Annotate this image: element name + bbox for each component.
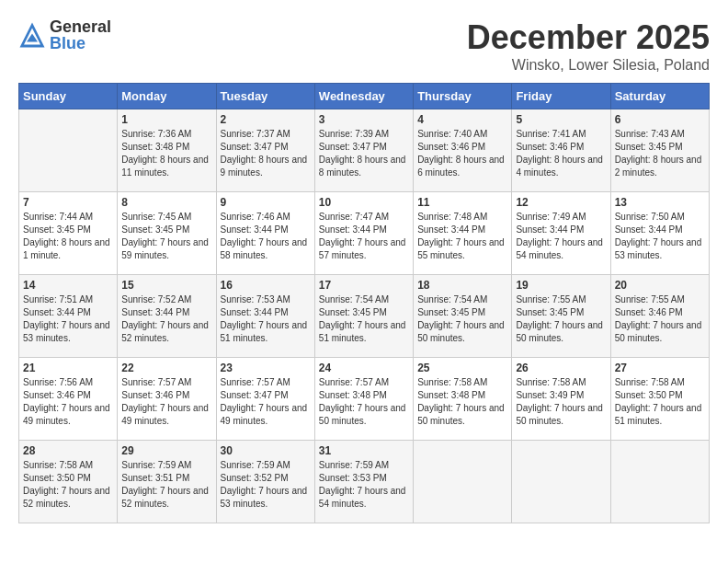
day-number: 31 bbox=[319, 444, 409, 457]
calendar-cell: 25Sunrise: 7:58 AMSunset: 3:48 PMDayligh… bbox=[414, 358, 512, 441]
day-header-friday: Friday bbox=[512, 84, 610, 109]
calendar-body: 1Sunrise: 7:36 AMSunset: 3:48 PMDaylight… bbox=[19, 109, 710, 523]
day-info: Sunrise: 7:55 AMSunset: 3:45 PMDaylight:… bbox=[516, 293, 606, 345]
calendar-cell: 15Sunrise: 7:52 AMSunset: 3:44 PMDayligh… bbox=[118, 275, 216, 358]
day-number: 4 bbox=[417, 113, 507, 126]
day-number: 18 bbox=[417, 279, 507, 292]
page-header: General Blue December 2025 Winsko, Lower… bbox=[18, 18, 710, 74]
calendar-cell: 31Sunrise: 7:59 AMSunset: 3:53 PMDayligh… bbox=[314, 441, 413, 523]
logo-general: General bbox=[50, 18, 111, 35]
day-header-monday: Monday bbox=[118, 84, 216, 109]
calendar-cell: 1Sunrise: 7:36 AMSunset: 3:48 PMDaylight… bbox=[118, 109, 216, 192]
day-header-sunday: Sunday bbox=[19, 84, 118, 109]
day-header-wednesday: Wednesday bbox=[314, 84, 413, 109]
day-info: Sunrise: 7:57 AMSunset: 3:48 PMDaylight:… bbox=[319, 376, 409, 428]
day-number: 7 bbox=[23, 196, 113, 209]
day-number: 23 bbox=[221, 362, 311, 374]
day-number: 24 bbox=[319, 362, 409, 374]
logo-icon bbox=[18, 21, 46, 49]
day-info: Sunrise: 7:54 AMSunset: 3:45 PMDaylight:… bbox=[319, 293, 409, 345]
day-info: Sunrise: 7:58 AMSunset: 3:50 PMDaylight:… bbox=[23, 459, 113, 511]
day-number: 10 bbox=[319, 196, 409, 209]
day-number: 27 bbox=[615, 362, 705, 374]
day-info: Sunrise: 7:43 AMSunset: 3:45 PMDaylight:… bbox=[615, 128, 705, 179]
calendar-cell: 18Sunrise: 7:54 AMSunset: 3:45 PMDayligh… bbox=[414, 275, 512, 358]
day-info: Sunrise: 7:39 AMSunset: 3:47 PMDaylight:… bbox=[319, 128, 409, 179]
day-info: Sunrise: 7:36 AMSunset: 3:48 PMDaylight:… bbox=[121, 128, 211, 179]
day-number: 6 bbox=[615, 113, 705, 126]
day-info: Sunrise: 7:57 AMSunset: 3:47 PMDaylight:… bbox=[221, 376, 311, 428]
day-number: 17 bbox=[319, 279, 409, 292]
day-number: 19 bbox=[516, 279, 606, 292]
calendar-header-row: SundayMondayTuesdayWednesdayThursdayFrid… bbox=[19, 84, 710, 109]
day-info: Sunrise: 7:57 AMSunset: 3:46 PMDaylight:… bbox=[121, 376, 211, 428]
calendar-cell: 4Sunrise: 7:40 AMSunset: 3:46 PMDaylight… bbox=[414, 109, 512, 192]
calendar-cell: 24Sunrise: 7:57 AMSunset: 3:48 PMDayligh… bbox=[314, 358, 413, 441]
day-info: Sunrise: 7:41 AMSunset: 3:46 PMDaylight:… bbox=[516, 128, 606, 179]
calendar-cell: 5Sunrise: 7:41 AMSunset: 3:46 PMDaylight… bbox=[512, 109, 610, 192]
calendar-cell: 22Sunrise: 7:57 AMSunset: 3:46 PMDayligh… bbox=[118, 358, 216, 441]
calendar-cell: 17Sunrise: 7:54 AMSunset: 3:45 PMDayligh… bbox=[314, 275, 413, 358]
calendar-cell: 30Sunrise: 7:59 AMSunset: 3:52 PMDayligh… bbox=[216, 441, 314, 523]
day-number: 14 bbox=[23, 279, 113, 292]
day-number: 1 bbox=[121, 113, 211, 126]
day-number: 26 bbox=[516, 362, 606, 374]
logo-blue: Blue bbox=[50, 35, 111, 52]
day-info: Sunrise: 7:50 AMSunset: 3:44 PMDaylight:… bbox=[615, 211, 705, 262]
day-info: Sunrise: 7:47 AMSunset: 3:44 PMDaylight:… bbox=[319, 211, 409, 262]
day-number: 20 bbox=[615, 279, 705, 292]
day-number: 13 bbox=[615, 196, 705, 209]
calendar-cell: 6Sunrise: 7:43 AMSunset: 3:45 PMDaylight… bbox=[610, 109, 709, 192]
calendar-cell bbox=[610, 441, 709, 523]
day-number: 2 bbox=[221, 113, 311, 126]
calendar-cell: 23Sunrise: 7:57 AMSunset: 3:47 PMDayligh… bbox=[216, 358, 314, 441]
day-info: Sunrise: 7:58 AMSunset: 3:49 PMDaylight:… bbox=[516, 376, 606, 428]
day-number: 30 bbox=[221, 444, 311, 457]
calendar-table: SundayMondayTuesdayWednesdayThursdayFrid… bbox=[18, 83, 710, 523]
calendar-cell: 2Sunrise: 7:37 AMSunset: 3:47 PMDaylight… bbox=[216, 109, 314, 192]
calendar-cell: 12Sunrise: 7:49 AMSunset: 3:44 PMDayligh… bbox=[512, 192, 610, 275]
day-info: Sunrise: 7:54 AMSunset: 3:45 PMDaylight:… bbox=[417, 293, 507, 345]
day-info: Sunrise: 7:59 AMSunset: 3:52 PMDaylight:… bbox=[221, 459, 311, 511]
day-info: Sunrise: 7:37 AMSunset: 3:47 PMDaylight:… bbox=[221, 128, 311, 179]
calendar-cell: 21Sunrise: 7:56 AMSunset: 3:46 PMDayligh… bbox=[19, 358, 118, 441]
calendar-cell bbox=[414, 441, 512, 523]
day-info: Sunrise: 7:58 AMSunset: 3:50 PMDaylight:… bbox=[615, 376, 705, 428]
day-info: Sunrise: 7:56 AMSunset: 3:46 PMDaylight:… bbox=[23, 376, 113, 428]
day-number: 22 bbox=[121, 362, 211, 374]
day-number: 15 bbox=[121, 279, 211, 292]
day-number: 25 bbox=[417, 362, 507, 374]
calendar-cell: 16Sunrise: 7:53 AMSunset: 3:44 PMDayligh… bbox=[216, 275, 314, 358]
calendar-cell: 28Sunrise: 7:58 AMSunset: 3:50 PMDayligh… bbox=[19, 441, 118, 523]
month-title: December 2025 bbox=[467, 18, 710, 57]
week-row-0: 1Sunrise: 7:36 AMSunset: 3:48 PMDaylight… bbox=[19, 109, 710, 192]
day-info: Sunrise: 7:52 AMSunset: 3:44 PMDaylight:… bbox=[121, 293, 211, 345]
week-row-2: 14Sunrise: 7:51 AMSunset: 3:44 PMDayligh… bbox=[19, 275, 710, 358]
day-header-saturday: Saturday bbox=[610, 84, 709, 109]
day-number: 11 bbox=[417, 196, 507, 209]
calendar-cell: 26Sunrise: 7:58 AMSunset: 3:49 PMDayligh… bbox=[512, 358, 610, 441]
calendar-cell bbox=[512, 441, 610, 523]
calendar-cell: 7Sunrise: 7:44 AMSunset: 3:45 PMDaylight… bbox=[19, 192, 118, 275]
day-number: 29 bbox=[121, 444, 211, 457]
calendar-cell: 20Sunrise: 7:55 AMSunset: 3:46 PMDayligh… bbox=[610, 275, 709, 358]
day-info: Sunrise: 7:51 AMSunset: 3:44 PMDaylight:… bbox=[23, 293, 113, 345]
day-info: Sunrise: 7:44 AMSunset: 3:45 PMDaylight:… bbox=[23, 211, 113, 262]
calendar-cell: 11Sunrise: 7:48 AMSunset: 3:44 PMDayligh… bbox=[414, 192, 512, 275]
location-title: Winsko, Lower Silesia, Poland bbox=[467, 57, 710, 74]
day-info: Sunrise: 7:59 AMSunset: 3:51 PMDaylight:… bbox=[121, 459, 211, 511]
calendar-cell: 27Sunrise: 7:58 AMSunset: 3:50 PMDayligh… bbox=[610, 358, 709, 441]
day-info: Sunrise: 7:45 AMSunset: 3:45 PMDaylight:… bbox=[121, 211, 211, 262]
day-number: 3 bbox=[319, 113, 409, 126]
title-area: December 2025 Winsko, Lower Silesia, Pol… bbox=[467, 18, 710, 74]
calendar-cell: 29Sunrise: 7:59 AMSunset: 3:51 PMDayligh… bbox=[118, 441, 216, 523]
calendar-cell bbox=[19, 109, 118, 192]
day-number: 28 bbox=[23, 444, 113, 457]
day-info: Sunrise: 7:53 AMSunset: 3:44 PMDaylight:… bbox=[221, 293, 311, 345]
day-number: 9 bbox=[221, 196, 311, 209]
day-info: Sunrise: 7:59 AMSunset: 3:53 PMDaylight:… bbox=[319, 459, 409, 511]
week-row-3: 21Sunrise: 7:56 AMSunset: 3:46 PMDayligh… bbox=[19, 358, 710, 441]
calendar-cell: 10Sunrise: 7:47 AMSunset: 3:44 PMDayligh… bbox=[314, 192, 413, 275]
logo: General Blue bbox=[18, 18, 111, 52]
day-number: 12 bbox=[516, 196, 606, 209]
